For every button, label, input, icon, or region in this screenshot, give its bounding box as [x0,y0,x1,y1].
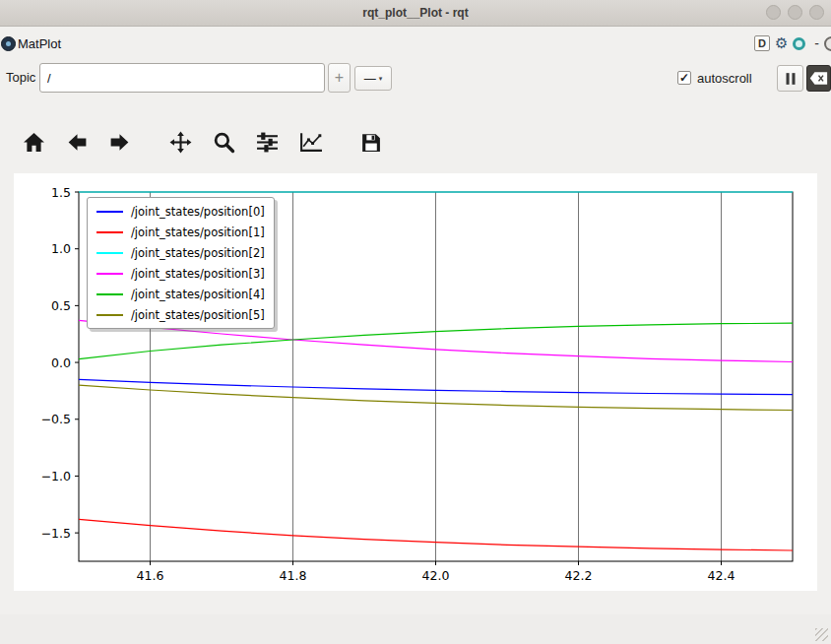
window-maximize-button[interactable] [788,5,802,20]
legend-line-swatch [96,273,123,275]
svg-text:0.0: 0.0 [51,355,71,370]
autoscroll-label: autoscroll [697,71,752,86]
plot-options-button[interactable] [297,129,323,155]
legend-label: /joint_states/position[5] [131,308,265,322]
topic-input[interactable] [39,63,325,93]
titlebar[interactable]: rqt_plot__Plot - rqt [0,0,831,27]
svg-text:1.5: 1.5 [51,185,71,200]
forward-arrow-icon [108,131,131,154]
svg-text:−1.0: −1.0 [41,469,71,483]
back-arrow-icon [66,131,89,154]
window-title: rqt_plot__Plot - rqt [362,6,468,20]
plugin-dock-actions: D ⚙ - [754,28,831,59]
forward-button[interactable] [106,129,132,155]
legend-label: /joint_states/position[0] [131,205,265,219]
svg-text:−0.5: −0.5 [41,412,71,426]
pause-icon [782,70,799,88]
svg-text:42.4: 42.4 [708,568,735,583]
svg-text:41.8: 41.8 [280,568,307,583]
window-close-button[interactable] [809,5,824,20]
add-topic-button[interactable]: + [328,63,351,93]
legend-line-swatch [96,314,123,316]
home-icon [23,131,45,154]
window-controls [766,5,824,20]
save-floppy-icon [359,131,382,154]
resize-grip[interactable] [815,628,828,641]
line-style-icon: — [364,74,376,84]
svg-text:41.6: 41.6 [137,568,164,583]
legend-label: /joint_states/position[2] [131,246,265,260]
legend-item: /joint_states/position[1] [96,222,265,242]
rqt-window: rqt_plot__Plot - rqt MatPlot D ⚙ - Topic… [0,0,831,644]
legend-item: /joint_states/position[0] [96,201,265,222]
window-minimize-button[interactable] [766,5,781,20]
backspace-icon [809,71,828,86]
sliders-icon [256,131,279,154]
plugin-title: MatPlot [18,36,61,51]
legend-item: /joint_states/position[5] [96,304,265,325]
chevron-down-icon: ▾ [379,75,383,83]
line-chart-icon [298,131,323,154]
legend-line-swatch [96,293,123,295]
close-dock-icon[interactable] [824,36,831,51]
clear-button[interactable] [806,65,831,92]
pause-button[interactable] [777,65,803,92]
plot-panel: 41.641.842.042.242.41.51.00.50.0−0.5−1.0… [14,173,817,591]
topic-label: Topic [6,70,35,85]
legend-item: /joint_states/position[3] [96,263,265,284]
legend-label: /joint_states/position[3] [131,267,265,281]
line-style-dropdown[interactable]: — ▾ [354,66,392,91]
legend-line-swatch [96,211,123,213]
legend-label: /joint_states/position[1] [131,225,265,239]
statusbar [0,614,831,644]
legend-item: /joint_states/position[2] [96,242,265,263]
plot-legend: /joint_states/position[0]/joint_states/p… [87,197,275,329]
pan-move-icon [169,131,192,154]
legend-label: /joint_states/position[4] [131,288,265,301]
configure-subplots-button[interactable] [254,129,280,155]
checkmark-icon: ✓ [679,71,689,85]
matplot-plugin-icon [1,36,16,51]
legend-line-swatch [96,252,123,254]
minimize-dock-icon[interactable]: - [814,35,819,51]
svg-text:42.2: 42.2 [565,568,593,583]
save-button[interactable] [357,129,383,155]
zoom-magnifier-icon [213,131,235,154]
back-button[interactable] [64,129,90,155]
svg-text:0.5: 0.5 [51,298,71,313]
svg-text:1.0: 1.0 [51,241,71,256]
svg-text:42.0: 42.0 [422,568,450,583]
svg-text:−1.5: −1.5 [41,526,71,541]
home-button[interactable] [21,129,46,155]
gear-icon[interactable]: ⚙ [775,35,788,51]
legend-line-swatch [96,231,123,233]
autoscroll-checkbox[interactable]: ✓ [677,71,691,85]
legend-item: /joint_states/position[4] [96,284,265,304]
zoom-button[interactable] [211,129,236,155]
pan-button[interactable] [167,129,193,155]
dock-badge-icon[interactable]: D [754,35,770,51]
status-ring-icon[interactable] [793,37,805,50]
plugin-dock-bar: MatPlot D ⚙ - [0,28,831,59]
